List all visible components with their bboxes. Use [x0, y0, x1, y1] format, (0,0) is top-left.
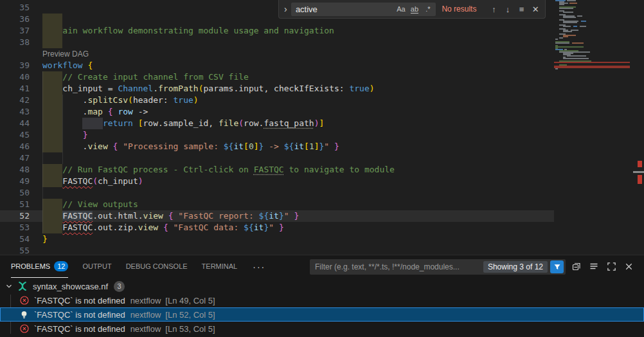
find-in-selection-icon[interactable]: ≡ — [515, 5, 529, 14]
find-status: No results — [436, 5, 487, 14]
code-line[interactable]: 44 return [row.sample_id, file(row.fastq… — [0, 118, 554, 129]
problems-count-badge: 12 — [54, 261, 68, 271]
find-input[interactable]: active Aa ab .* — [291, 3, 436, 16]
problem-source: nextflow — [130, 296, 161, 305]
problem-row[interactable]: `FASTQC` is not definednextflow[Ln 49, C… — [0, 293, 644, 307]
problem-message: `FASTQC` is not defined — [34, 310, 125, 320]
tab-output[interactable]: OUTPUT — [82, 255, 111, 278]
problem-source: nextflow — [130, 324, 161, 334]
code-line[interactable]: 40 // Create input channel from CSV file — [0, 71, 554, 83]
code-area[interactable]: 3536/*37 * Main workflow demonstrating m… — [0, 0, 554, 255]
problem-source: nextflow — [130, 310, 161, 320]
bottom-panel: PROBLEMS 12 OUTPUT DEBUG CONSOLE TERMINA… — [0, 255, 644, 337]
line-number: 51 — [0, 199, 30, 210]
line-number: 52 — [0, 210, 30, 222]
minimap-line — [554, 69, 633, 71]
collapse-all-icon[interactable] — [569, 259, 584, 273]
code-line[interactable]: 51 // View outputs — [0, 199, 554, 210]
match-case-icon[interactable]: Aa — [394, 5, 407, 13]
problem-message: `FASTQC` is not defined — [34, 324, 125, 334]
code-line[interactable]: 47 — [0, 152, 554, 164]
code-line[interactable]: 46 .view { "Processing sample: ${it[0]} … — [0, 141, 554, 152]
code-line[interactable]: 55 — [0, 245, 554, 255]
error-marker — [638, 175, 642, 184]
more-tabs-icon[interactable]: ··· — [253, 262, 265, 272]
line-number: 36 — [0, 14, 30, 25]
showing-badge: Showing 3 of 12 — [483, 261, 548, 273]
line-number: 45 — [0, 129, 30, 141]
line-number: 54 — [0, 233, 30, 245]
nextflow-file-icon — [17, 281, 28, 291]
problem-location: [Ln 52, Col 5] — [165, 310, 215, 320]
lightbulb-icon — [19, 310, 30, 320]
line-number: 44 — [0, 118, 30, 129]
line-number: 41 — [0, 83, 30, 95]
code-line[interactable]: 50 — [0, 187, 554, 199]
line-number: 38 — [0, 37, 30, 48]
code-line[interactable]: 41 ch_input = Channel.fromPath(params.in… — [0, 83, 554, 95]
line-number: 47 — [0, 152, 30, 164]
codelens[interactable]: Preview DAG — [0, 48, 554, 60]
code-line[interactable]: 45 } — [0, 129, 554, 141]
overview-ruler[interactable] — [633, 0, 644, 255]
editor: 3536/*37 * Main workflow demonstrating m… — [0, 0, 644, 255]
line-number: 48 — [0, 164, 30, 176]
find-query-text: active — [296, 5, 395, 14]
line-number: 43 — [0, 106, 30, 118]
code-line[interactable]: 54} — [0, 233, 554, 245]
panel-header: PROBLEMS 12 OUTPUT DEBUG CONSOLE TERMINA… — [0, 255, 644, 278]
close-find-icon[interactable]: ✕ — [528, 5, 542, 14]
line-number: 49 — [0, 176, 30, 187]
code-line[interactable]: 48 // Run FastQC process - Ctrl-click on… — [0, 164, 554, 176]
close-panel-icon[interactable] — [622, 259, 636, 273]
indent-guide — [42, 71, 43, 233]
previous-match-icon[interactable]: ↑ — [487, 5, 501, 14]
problem-row[interactable]: `FASTQC` is not definednextflow[Ln 52, C… — [0, 307, 644, 322]
problem-row[interactable]: `FASTQC` is not definednextflow[Ln 53, C… — [0, 322, 644, 336]
line-number: 50 — [0, 187, 30, 199]
line-number: 35 — [0, 2, 30, 14]
code-line[interactable]: 42 .splitCsv(header: true) — [0, 95, 554, 106]
next-match-icon[interactable]: ↓ — [501, 5, 515, 14]
error-icon — [19, 295, 30, 305]
problems-filter-input[interactable]: Filter (e.g. text, **/*.ts, !**/node_mod… — [310, 259, 566, 275]
code-line[interactable]: 37 * Main workflow demonstrating module … — [0, 25, 554, 37]
find-widget: › active Aa ab .* No results ↑ ↓ ≡ ✕ — [278, 0, 546, 19]
view-as-table-icon[interactable] — [587, 259, 601, 273]
code-line[interactable]: 52 FASTQC.out.html.view { "FastQC report… — [0, 210, 554, 222]
error-icon — [19, 323, 30, 334]
regex-icon[interactable]: .* — [421, 5, 434, 13]
problem-location: [Ln 49, Col 5] — [165, 296, 215, 305]
code-line[interactable]: 53 FASTQC.out.zip.view { "FastQC data: $… — [0, 222, 554, 233]
whole-word-icon[interactable]: ab — [407, 5, 421, 13]
code-line[interactable]: 49 FASTQC(ch_input) — [0, 176, 554, 187]
problems-file-row[interactable]: syntax_showcase.nf3 — [0, 279, 644, 293]
minimap[interactable] — [554, 0, 633, 255]
line-number: 40 — [0, 71, 30, 83]
chevron-down-icon[interactable] — [4, 282, 14, 291]
vscode-window: 3536/*37 * Main workflow demonstrating m… — [0, 0, 644, 337]
toggle-replace-chevron-icon[interactable]: › — [280, 4, 291, 14]
code-line[interactable]: 38 */ — [0, 37, 554, 48]
error-marker — [638, 161, 642, 167]
file-name: syntax_showcase.nf — [33, 282, 108, 291]
line-number: 42 — [0, 95, 30, 106]
problems-tree: syntax_showcase.nf3`FASTQC` is not defin… — [0, 278, 644, 336]
line-number: 46 — [0, 141, 30, 152]
filter-funnel-icon[interactable] — [550, 260, 564, 273]
line-number: 37 — [0, 25, 30, 37]
tab-debug-console[interactable]: DEBUG CONSOLE — [126, 255, 188, 278]
maximize-panel-icon[interactable] — [604, 259, 618, 273]
filter-placeholder: Filter (e.g. text, **/*.ts, !**/node_mod… — [315, 262, 483, 271]
line-number: 39 — [0, 60, 30, 71]
code-line[interactable]: 39workflow { — [0, 60, 554, 71]
code-line[interactable]: 43 .map { row -> — [0, 106, 554, 118]
panel-actions — [569, 259, 636, 273]
tab-terminal[interactable]: TERMINAL — [202, 255, 238, 278]
line-number: 55 — [0, 245, 30, 255]
tab-problems[interactable]: PROBLEMS 12 — [11, 255, 68, 278]
problem-message: `FASTQC` is not defined — [34, 296, 125, 305]
tab-problems-label: PROBLEMS — [11, 262, 50, 270]
indent-guide — [62, 95, 63, 164]
file-problem-count-badge: 3 — [114, 281, 125, 292]
